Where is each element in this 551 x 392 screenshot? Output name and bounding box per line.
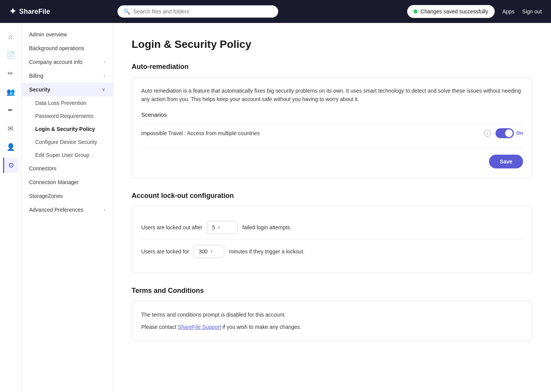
lockout-attempts-prefix: Users are locked out after [141, 224, 202, 230]
search-input[interactable] [133, 8, 272, 15]
sidebar-label-admin-overview: Admin overview [29, 31, 67, 38]
sidebar-label-connection-manager: Connection Manager [29, 179, 79, 185]
lockout-row-attempts: Users are locked out after 5 ∨ failed lo… [141, 216, 523, 240]
terms-title: Terms and Conditions [132, 287, 533, 295]
terms-section: Terms and Conditions The terms and condi… [132, 287, 533, 341]
mail-rail-icon[interactable]: ✉ [3, 121, 18, 136]
search-bar[interactable]: 🔍 [117, 5, 278, 18]
scenario-text: Impossible Travel : Access from multiple… [141, 130, 479, 136]
attempts-select[interactable]: 5 ∨ [207, 221, 238, 234]
main-content: Login & Security Policy Auto-remediation… [113, 23, 551, 392]
lockout-card: Users are locked out after 5 ∨ failed lo… [132, 206, 533, 273]
users-rail-icon[interactable]: 👥 [3, 84, 18, 100]
duration-value: 300 [199, 248, 207, 255]
lockout-attempts-suffix: failed login attempts. [242, 224, 291, 230]
changes-saved-text: Changes saved successfully [421, 8, 488, 15]
logo-icon: ✦ [9, 7, 16, 16]
lockout-duration-suffix: minutes if they trigger a lockout. [229, 248, 305, 255]
attempts-value: 5 [212, 224, 215, 230]
sidebar-item-data-loss-prevention[interactable]: Data Loss Prevention [21, 96, 113, 109]
toggle-on-label: On [516, 130, 523, 136]
search-icon: 🔍 [124, 8, 130, 15]
sidebar-item-connectors[interactable]: Connectors [21, 162, 113, 175]
save-button[interactable]: Save [489, 155, 523, 168]
sidebar-label-password-requirements: Password Requirements [35, 113, 94, 119]
logo: ✦ ShareFile [9, 7, 50, 16]
apps-link[interactable]: Apps [502, 8, 515, 15]
scenarios-label: Scenarios [141, 111, 523, 118]
sharefile-support-link[interactable]: ShareFile Support [178, 324, 221, 330]
sidebar-label-background-operations: Background operations [29, 45, 84, 51]
sidebar-label-storagezones: StorageZones [29, 193, 63, 199]
toggle-wrapper: On [496, 128, 523, 138]
auto-remediation-card-footer: Save [141, 148, 523, 168]
chevron-right-icon: › [104, 73, 105, 78]
icon-rail: ⌂ 📄 ✏ 👥 ✒ ✉ 👤 ⚙ [0, 23, 21, 392]
sidebar-label-configure-device-security: Configure Device Security [35, 139, 97, 145]
security-submenu: Data Loss Prevention Password Requiremen… [21, 96, 113, 162]
auto-remediation-section: Auto-remediation Auto remediation is a f… [132, 63, 533, 178]
sidebar-item-password-requirements[interactable]: Password Requirements [21, 109, 113, 122]
top-navigation: ✦ ShareFile 🔍 Changes saved successfully… [0, 0, 551, 23]
sidebar-label-login-security-policy: Login & Security Policy [35, 126, 95, 132]
sidebar-label-connectors: Connectors [29, 165, 57, 172]
chevron-right-icon: › [104, 59, 105, 65]
sidebar-item-billing[interactable]: Billing › [21, 69, 113, 83]
terms-line2: Please contact ShareFile Support if you … [141, 323, 523, 332]
terms-line2-prefix: Please contact [141, 324, 178, 330]
sidebar-item-background-operations[interactable]: Background operations [21, 41, 113, 55]
sidebar-item-storagezones[interactable]: StorageZones [21, 189, 113, 203]
sidebar-label-billing: Billing [29, 73, 43, 79]
page-title: Login & Security Policy [132, 38, 533, 51]
toggle-knob [505, 129, 513, 137]
terms-line1: The terms and conditions prompt is disab… [141, 310, 523, 320]
chevron-down-icon: ∨ [102, 87, 105, 92]
sidebar-item-security[interactable]: Security ∨ [21, 83, 113, 96]
edit-rail-icon[interactable]: ✏ [3, 66, 18, 81]
files-rail-icon[interactable]: 📄 [3, 47, 18, 63]
impossible-travel-toggle[interactable] [496, 128, 514, 138]
chevron-down-icon: ∨ [210, 249, 213, 254]
sidebar: Admin overview Background operations Com… [21, 23, 113, 392]
settings-rail-icon[interactable]: ⚙ [3, 158, 18, 173]
sidebar-label-data-loss-prevention: Data Loss Prevention [35, 100, 86, 106]
sidebar-label-company-account-info: Company account info [29, 59, 82, 65]
contacts-rail-icon[interactable]: 👤 [3, 139, 18, 155]
signature-rail-icon[interactable]: ✒ [3, 103, 18, 118]
changes-saved-banner: Changes saved successfully [407, 5, 495, 18]
sidebar-label-advanced-preferences: Advanced Preferences [29, 207, 83, 213]
auto-remediation-title: Auto-remediation [132, 63, 533, 71]
home-rail-icon[interactable]: ⌂ [3, 29, 18, 44]
auto-remediation-card: Auto remediation is a feature that autom… [132, 77, 533, 178]
sidebar-item-advanced-preferences[interactable]: Advanced Preferences › [21, 203, 113, 217]
duration-select[interactable]: 300 ∨ [194, 245, 224, 258]
sidebar-label-security: Security [29, 87, 50, 93]
sidebar-item-connection-manager[interactable]: Connection Manager [21, 175, 113, 189]
lockout-row-duration: Users are locked for 300 ∨ minutes if th… [141, 240, 523, 263]
sidebar-item-configure-device-security[interactable]: Configure Device Security [21, 136, 113, 149]
sidebar-label-edit-super-user-group: Edit Super User Group [35, 152, 90, 158]
scenario-row: Impossible Travel : Access from multiple… [141, 124, 523, 142]
sidebar-item-admin-overview[interactable]: Admin overview [21, 28, 113, 41]
terms-line2-suffix: if you wish to make any changes. [221, 324, 302, 330]
auto-remediation-description: Auto remediation is a feature that autom… [141, 87, 523, 104]
topnav-actions: Changes saved successfully Apps Sign out [407, 5, 542, 18]
sidebar-item-login-security-policy[interactable]: Login & Security Policy [21, 122, 113, 136]
chevron-down-icon: ∨ [217, 225, 220, 230]
success-dot [414, 10, 417, 13]
lockout-section: Account lock-out configuration Users are… [132, 192, 533, 273]
chevron-right-icon: › [104, 207, 105, 212]
info-icon[interactable]: i [484, 130, 491, 137]
lockout-title: Account lock-out configuration [132, 192, 533, 200]
logo-text: ShareFile [19, 8, 50, 16]
sign-out-link[interactable]: Sign out [522, 8, 542, 15]
sidebar-item-company-account-info[interactable]: Company account info › [21, 55, 113, 69]
terms-card: The terms and conditions prompt is disab… [132, 301, 533, 341]
sidebar-item-edit-super-user-group[interactable]: Edit Super User Group [21, 149, 113, 162]
lockout-duration-prefix: Users are locked for [141, 248, 189, 255]
